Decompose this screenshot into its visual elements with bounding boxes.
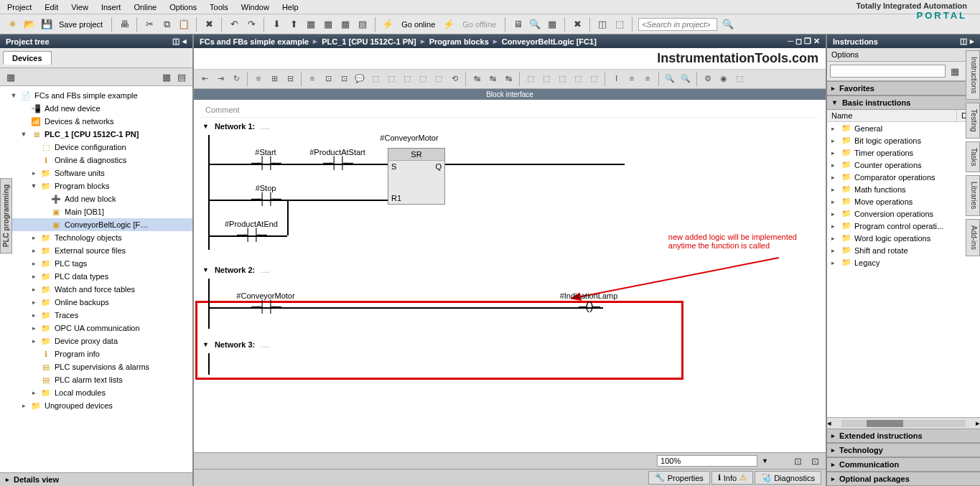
split1-icon[interactable]: ◫ <box>596 18 609 31</box>
delete-icon[interactable]: ✖ <box>202 18 215 31</box>
et-icon[interactable]: ⬚ <box>524 72 537 85</box>
new-project-icon[interactable]: ✳ <box>6 18 19 31</box>
zoom-100-icon[interactable]: ⊡ <box>808 454 821 467</box>
block-interface-bar[interactable]: Block interface <box>194 89 826 100</box>
menu-view[interactable]: View <box>71 3 88 11</box>
communication-section[interactable]: ▸Communication <box>827 457 980 472</box>
network1-header[interactable]: ▼ Network 1: .... <box>201 118 818 135</box>
contact-productatend[interactable]: #ProductAtEnd─┤ ├─ <box>215 220 287 241</box>
et-icon[interactable]: 🔍 <box>663 72 676 85</box>
view2-icon[interactable]: ▤ <box>175 70 188 83</box>
restore-icon[interactable]: ❐ <box>804 37 811 46</box>
technology-section[interactable]: ▸Technology <box>827 443 980 457</box>
a1-icon[interactable]: 🖥 <box>511 18 524 31</box>
et-icon[interactable]: ⬚ <box>369 72 382 85</box>
et-icon[interactable]: 🔍 <box>679 72 692 85</box>
tree-item[interactable]: ▸📁Online backups <box>0 296 192 309</box>
properties-tab[interactable]: 🔧Properties <box>648 471 710 485</box>
menu-project[interactable]: Project <box>7 3 32 11</box>
et-icon[interactable]: ◉ <box>717 72 730 85</box>
filter-input[interactable] <box>830 65 946 78</box>
zoom-dropdown-icon[interactable]: ▼ <box>762 457 768 464</box>
instruction-category[interactable]: ▸📁Move operations <box>827 195 980 207</box>
tree-item[interactable]: ▼📄FCs and FBs simple example <box>0 89 192 102</box>
et-icon[interactable]: ↻ <box>230 72 243 85</box>
instruction-category[interactable]: ▸📁Comparator operations <box>827 171 980 183</box>
menu-window[interactable]: Window <box>241 3 269 11</box>
et-icon[interactable]: ≡ <box>306 72 319 85</box>
menu-insert[interactable]: Insert <box>101 3 121 11</box>
instruction-category[interactable]: ▸📁Shift and rotate <box>827 244 980 256</box>
menu-tools[interactable]: Tools <box>210 3 228 11</box>
et-icon[interactable]: ⬚ <box>432 72 445 85</box>
tree-item[interactable]: ▸📁PLC tags <box>0 257 192 270</box>
go-online-icon[interactable]: ⚡ <box>381 18 394 31</box>
sr-block[interactable]: SR SQ R1 <box>388 148 445 205</box>
a3-icon[interactable]: ▦ <box>546 18 559 31</box>
devices-tab[interactable]: Devices <box>3 51 52 65</box>
network3-rung[interactable] <box>208 353 818 375</box>
et-icon[interactable]: ⬚ <box>733 72 746 85</box>
et-icon[interactable]: Ⅰ <box>610 72 622 85</box>
et-icon[interactable]: ↹ <box>502 72 515 85</box>
extended-instructions-section[interactable]: ▸Extended instructions <box>827 429 980 443</box>
tree-item[interactable]: ▸📁PLC data types <box>0 270 192 283</box>
instruction-category[interactable]: ▸📁Timer operations <box>827 146 980 159</box>
et-icon[interactable]: ⬚ <box>401 72 414 85</box>
zoom-select[interactable] <box>657 455 757 467</box>
network2-header[interactable]: ▼ Network 2: .... <box>201 261 818 279</box>
tree-item[interactable]: ▸📁Technology objects <box>0 231 192 244</box>
instruction-category[interactable]: ▸📁Bit logic operations <box>827 134 980 146</box>
download-icon[interactable]: ⬇ <box>270 18 283 31</box>
tree-item[interactable]: ▸📁External source files <box>0 244 192 257</box>
menu-help[interactable]: Help <box>282 3 299 11</box>
tree-item[interactable]: ▸📁Local modules <box>0 386 192 399</box>
tree-item[interactable]: ⬚Device configuration <box>0 141 192 154</box>
et-icon[interactable]: ⬚ <box>540 72 553 85</box>
collapse-icon[interactable]: ◫ <box>960 37 967 46</box>
tree-item[interactable]: ➕Add new block <box>0 192 192 205</box>
tree-item[interactable]: ▸📁OPC UA communication <box>0 322 192 335</box>
go-offline-icon[interactable]: ⚡ <box>442 18 455 31</box>
tree-item[interactable]: ▸📁Ungrouped devices <box>0 399 192 412</box>
zoom-fit-icon[interactable]: ⊡ <box>791 454 804 467</box>
redo-icon[interactable]: ↷ <box>245 18 258 31</box>
et-icon[interactable]: ⇤ <box>198 72 211 85</box>
side-tab-tasks[interactable]: Tasks <box>966 141 980 173</box>
side-tab-instructions[interactable]: Instructions <box>966 50 980 100</box>
contact-start[interactable]: #Start─┤ ├─ <box>230 148 302 169</box>
col-name[interactable]: Name <box>827 110 957 121</box>
crumb-blocks[interactable]: Program blocks <box>429 37 489 46</box>
side-tab-plc-programming[interactable]: PLC programming <box>0 178 12 253</box>
pin-icon[interactable]: ◂ <box>182 37 187 46</box>
et-icon[interactable]: ↹ <box>486 72 499 85</box>
cut-icon[interactable]: ✂ <box>143 18 156 31</box>
project-tree[interactable]: ▼📄FCs and FBs simple example📲Add new dev… <box>0 86 192 472</box>
tree-item[interactable]: ℹProgram info <box>0 347 192 360</box>
view1-icon[interactable]: ▦ <box>160 70 173 83</box>
tree-item[interactable]: ℹOnline & diagnostics <box>0 154 192 167</box>
tool2-icon[interactable]: ▦ <box>339 18 352 31</box>
print-icon[interactable]: 🖶 <box>118 18 131 31</box>
crumb-fc1[interactable]: ConveyorBeltLogic [FC1] <box>502 37 597 46</box>
comment-row[interactable]: Comment <box>201 103 818 118</box>
tree-item[interactable]: 📲Add new device <box>0 102 192 115</box>
et-icon[interactable]: ⊡ <box>337 72 350 85</box>
undo-icon[interactable]: ↶ <box>228 18 241 31</box>
ladder-editor[interactable]: Comment ▼ Network 1: .... #Start─┤ ├─ #P… <box>194 100 826 452</box>
save-project-button[interactable]: Save project <box>59 20 103 29</box>
tree-item[interactable]: ▼🖥PLC_1 [CPU 1512C-1 PN] <box>0 128 192 141</box>
et-icon[interactable]: ⊟ <box>284 72 297 85</box>
instruction-category[interactable]: ▸📁Math functions <box>827 183 980 195</box>
pin-icon[interactable]: ▸ <box>970 37 974 46</box>
side-tab-testing[interactable]: Testing <box>966 103 980 139</box>
menu-options[interactable]: Options <box>169 3 197 11</box>
menu-online[interactable]: Online <box>134 3 157 11</box>
et-icon[interactable]: ⬚ <box>587 72 600 85</box>
a2-icon[interactable]: 🔍 <box>528 18 541 31</box>
search-go-icon[interactable]: 🔍 <box>722 18 734 31</box>
split2-icon[interactable]: ⬚ <box>613 18 626 31</box>
instruction-category[interactable]: ▸📁General <box>827 122 980 134</box>
collapse-icon[interactable]: ▼ <box>202 266 209 274</box>
instruction-category[interactable]: ▸📁Conversion operations <box>827 207 980 220</box>
